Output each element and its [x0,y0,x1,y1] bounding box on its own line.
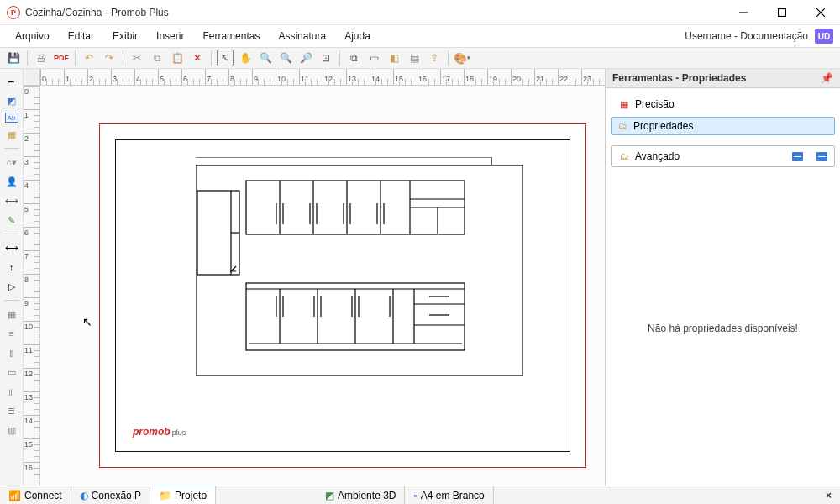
properties-panel: Ferramentas - Propriedades 📌 ▦ Precisão … [605,69,840,486]
properties-label: Propriedades [633,120,693,132]
menu-exibir[interactable]: Exibir [104,28,146,45]
layers-icon: ▤ [410,52,419,64]
tool-group[interactable]: ▭ [4,365,19,380]
undo-icon: ↶ [85,52,93,64]
tab-close-button[interactable]: × [817,490,840,501]
zoom-fit-button[interactable]: ⊡ [318,50,334,66]
paste-icon: 📋 [171,52,184,64]
page-icon: ▫ [413,490,417,501]
paste-button[interactable]: 📋 [169,50,186,66]
menu-ferramentas[interactable]: Ferramentas [194,28,268,45]
globe-icon: ◐ [80,490,88,501]
crop-icon-2: ▭ [370,52,379,64]
separator [75,50,76,66]
tool-stack[interactable]: ▥ [4,423,19,438]
pan-tool[interactable]: ✋ [237,50,254,66]
pointer-icon: ↖ [221,52,229,64]
tool-shape[interactable]: ◩ [4,93,19,108]
crop-tool-1[interactable]: ⧉ [345,50,362,66]
window-maximize-button[interactable] [763,0,801,25]
zoom-in-button[interactable]: 🔍 [277,50,294,66]
zoom-out-icon: 🔎 [300,52,312,64]
layers-button[interactable]: ▤ [406,50,423,66]
left-toolbox: ━ ◩ Ab ▦ ⌂▾ 👤 ⟷ ✎ ⟷ ↕ ▷ ▦ ≡ ⫿ ▭ ⫼ ≣ ▥ [0,69,24,486]
tool-distribute-v[interactable]: ≣ [4,403,19,418]
tool-measure[interactable]: ⟷ [4,193,19,208]
delete-button[interactable]: ✕ [189,50,206,66]
copy-button[interactable]: ⧉ [149,50,165,66]
horizontal-ruler[interactable]: 01234567891011121314151617181920212223 [40,69,605,86]
separator [4,148,19,149]
menu-editar[interactable]: Editar [60,28,102,45]
app-icon: P [7,6,20,19]
menubar: Arquivo Editar Exibir Inserir Ferramenta… [0,25,840,47]
maximize-icon [778,8,786,17]
separator [211,50,212,66]
menu-inserir[interactable]: Inserir [148,28,192,45]
tab-ambiente3d[interactable]: ◩ Ambiente 3D [317,486,405,505]
view-grid-icon[interactable] [816,152,827,161]
tool-home[interactable]: ⌂▾ [4,155,19,170]
tool-text[interactable]: Ab [5,113,18,123]
separator [4,234,19,234]
redo-button[interactable]: ↷ [101,50,118,66]
print-icon: 🖨 [36,52,46,64]
tool-person[interactable]: 👤 [4,174,19,189]
tool-image[interactable]: ▦ [4,127,19,142]
view-3d-button[interactable]: ◧ [386,50,402,66]
menu-arquivo[interactable]: Arquivo [7,28,58,45]
window-close-button[interactable] [801,0,840,25]
pdf-icon: PDF [54,54,69,62]
window-minimize-button[interactable] [724,0,763,25]
document-page[interactable]: promobplus [99,123,586,468]
export-button[interactable]: ⇪ [426,50,443,66]
properties-panel-title[interactable]: Ferramentas - Propriedades 📌 [606,69,840,88]
view-list-icon[interactable] [792,152,803,161]
brand-main: promob [133,426,171,438]
tab-projeto[interactable]: 📁 Projeto [150,486,216,504]
select-tool[interactable]: ↖ [217,50,234,66]
main-toolbar: 💾 🖨 PDF ↶ ↷ ✂ ⧉ 📋 ✕ ↖ ✋ 🔍 🔍 🔎 ⊡ ⧉ ▭ ◧ ▤ … [0,47,840,69]
window-title: Cozinha/Cozinha - Promob Plus [25,7,169,18]
tab-a4[interactable]: ▫ A4 em Branco [405,486,493,505]
pdf-button[interactable]: PDF [53,50,70,66]
cut-button[interactable]: ✂ [129,50,145,66]
zoom-out-button[interactable]: 🔎 [297,50,314,66]
precision-icon: ▦ [618,98,630,110]
zoom-window-button[interactable]: 🔍 [257,50,274,66]
tool-line[interactable]: ━ [4,74,19,89]
tool-dim-h[interactable]: ⟷ [4,240,19,255]
undo-button[interactable]: ↶ [81,50,97,66]
page-border: promobplus [115,139,570,452]
separator [339,50,340,66]
tool-align-v[interactable]: ⫿ [4,345,19,360]
pin-icon[interactable]: 📌 [821,72,833,84]
section-properties[interactable]: 🗂 Propriedades [611,117,835,135]
tab-connect[interactable]: 📶 Connect [0,486,71,505]
section-advanced[interactable]: 🗂 Avançado [611,145,835,167]
tool-grid[interactable]: ▦ [4,307,19,322]
tool-dim-v[interactable]: ↕ [4,260,19,275]
vertical-ruler[interactable]: 01234567891011121314151617181920 [24,86,40,486]
tab-conexao[interactable]: ◐ Conexão P [71,486,150,505]
save-button[interactable]: 💾 [5,50,22,66]
menu-assinatura[interactable]: Assinatura [270,28,334,45]
tool-pencil[interactable]: ✎ [4,213,19,228]
rss-icon: 📶 [8,490,21,501]
canvas-viewport[interactable]: ↖ [40,86,605,486]
save-icon: 💾 [8,52,20,64]
tool-angle[interactable]: ▷ [4,279,19,294]
menu-ajuda[interactable]: Ajuda [336,28,379,45]
tool-distribute-h[interactable]: ⫼ [4,384,19,399]
tool-align-h[interactable]: ≡ [4,326,19,341]
separator [4,300,19,301]
crop-tool-2[interactable]: ▭ [365,50,382,66]
color-picker-button[interactable]: 🎨▾ [454,50,470,66]
properties-icon: 🗂 [617,120,628,132]
user-badge[interactable]: UD [815,29,833,44]
section-precision[interactable]: ▦ Precisão [611,93,835,115]
user-label: Username - Documentação [685,30,808,42]
hand-icon: ✋ [239,52,252,64]
separator [448,50,449,66]
print-button[interactable]: 🖨 [33,50,50,66]
